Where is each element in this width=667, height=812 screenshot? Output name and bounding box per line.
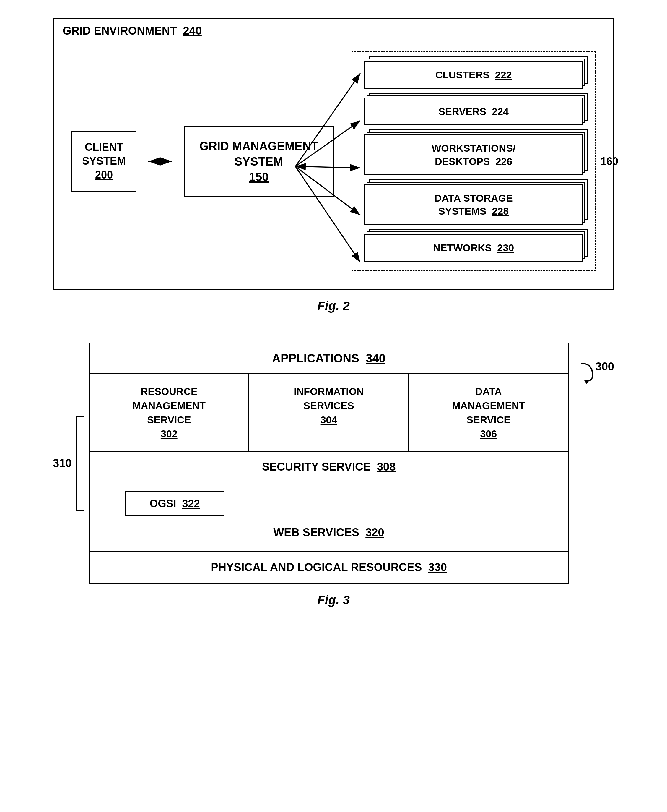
bracket-310-label: 310 [53,457,71,470]
client-gms-arrow [136,154,184,169]
bracket-310-icon [74,416,86,511]
dashed-resources-box: CLUSTERS 222 SERVERS 224 [352,51,596,271]
gms-box: GRID MANAGEMENTSYSTEM 150 [184,126,334,197]
grid-env-label: GRID ENVIRONMENT 240 [63,25,202,37]
rms-ref: 302 [161,428,178,439]
grid-env-ref: 240 [183,25,201,37]
workstations-ref: 226 [495,156,512,167]
servers-box: SERVERS 224 [364,98,583,125]
fig2-caption: Fig. 2 [53,299,614,313]
client-system-box: CLIENTSYSTEM 200 [71,131,136,191]
fig2-inner: CLIENTSYSTEM 200 [71,51,596,271]
resource-list: CLUSTERS 222 SERVERS 224 [364,61,583,261]
fig3-container: 310 APPLICATIONS 340 RESOURCEMANAGEMENTS… [53,343,614,607]
physical-row: PHYSICAL AND LOGICAL RESOURCES 330 [90,552,568,583]
bracket-310-area: 310 [53,343,86,584]
applications-row: APPLICATIONS 340 [90,343,568,374]
fig2-container: GRID ENVIRONMENT 240 CLIENTSYSTEM 200 [53,18,614,313]
clusters-box: CLUSTERS 222 [364,61,583,89]
servers-item: SERVERS 224 [364,98,583,125]
ogsi-label: OGSI [149,498,176,509]
bidirectional-arrow-icon [145,154,175,169]
grid-env-text: GRID ENVIRONMENT [63,25,177,37]
fig3-main: APPLICATIONS 340 RESOURCEMANAGEMENTSERVI… [89,343,569,584]
svg-marker-10 [584,379,590,384]
gms-label: GRID MANAGEMENTSYSTEM [199,138,318,169]
label-300-area: 300 [578,343,614,584]
servers-ref: 224 [492,106,509,117]
workstations-item: WORKSTATIONS/DESKTOPS 226 [364,134,583,175]
clusters-item: CLUSTERS 222 [364,61,583,89]
physical-label: PHYSICAL AND LOGICAL RESOURCES [211,561,422,574]
services-row: RESOURCEMANAGEMENTSERVICE 302 INFORMATIO… [90,374,568,452]
dms-ref: 306 [480,428,497,439]
datastorage-ref: 228 [492,205,509,217]
datastorage-box: DATA STORAGESYSTEMS 228 [364,184,583,225]
gms-ref: 150 [199,169,318,185]
networks-item: NETWORKS 230 [364,234,583,261]
label-300-text: 300 [596,360,614,373]
workstations-box: WORKSTATIONS/DESKTOPS 226 [364,134,583,175]
security-label: SECURITY SERVICE [262,461,371,473]
fig3-caption: Fig. 3 [53,593,614,607]
ws-ref: 320 [365,526,384,539]
client-ref: 200 [80,168,128,182]
web-services-row: OGSI 322 WEB SERVICES 320 [90,483,568,552]
data-mgmt-cell: DATAMANAGEMENTSERVICE 306 [409,374,568,451]
clusters-ref: 222 [495,69,512,80]
ogsi-ref: 322 [182,498,200,509]
fig2-outer-box: GRID ENVIRONMENT 240 CLIENTSYSTEM 200 [53,18,614,290]
info-services-cell: INFORMATIONSERVICES 304 [249,374,409,451]
security-ref: 308 [377,461,395,473]
ws-label: WEB SERVICES [273,526,359,539]
is-ref: 304 [320,414,337,425]
datastorage-item: DATA STORAGESYSTEMS 228 [364,184,583,225]
security-row: SECURITY SERVICE 308 [90,452,568,483]
applications-label: APPLICATIONS [272,352,359,365]
resources-region: CLUSTERS 222 SERVERS 224 [352,51,596,271]
fig3-layout: 310 APPLICATIONS 340 RESOURCEMANAGEMENTS… [53,343,614,584]
arrow-300-icon [578,360,596,384]
ogsi-box: OGSI 322 [125,491,224,516]
client-label: CLIENTSYSTEM [80,140,128,168]
networks-ref: 230 [497,242,514,253]
web-services-label: WEB SERVICES 320 [101,526,556,539]
resource-mgmt-cell: RESOURCEMANAGEMENTSERVICE 302 [90,374,249,451]
applications-ref: 340 [366,352,385,365]
networks-box: NETWORKS 230 [364,234,583,261]
label-160: 160 [601,155,618,168]
fig3-outer-box: APPLICATIONS 340 RESOURCEMANAGEMENTSERVI… [89,343,569,584]
physical-ref: 330 [428,561,446,574]
